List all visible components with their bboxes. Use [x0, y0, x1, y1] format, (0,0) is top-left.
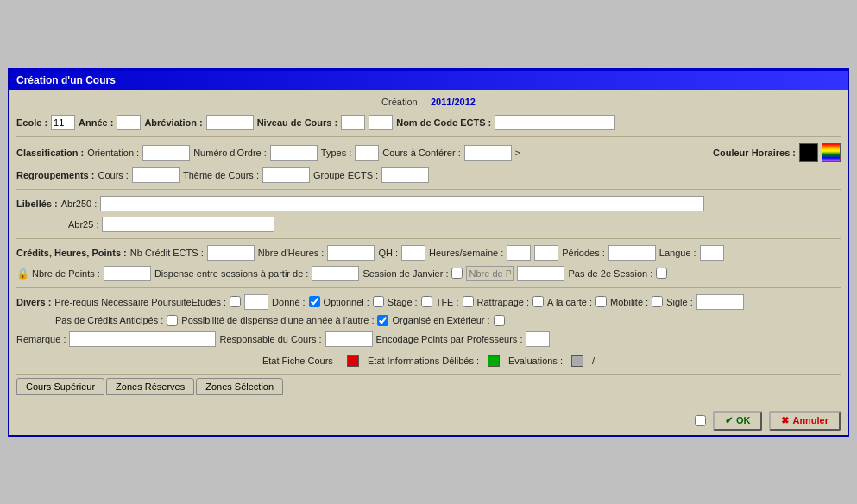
ok-button[interactable]: ✔ OK	[713, 411, 763, 431]
row-points: 🔒 Nbre de Points : Dispense entre sessio…	[16, 263, 841, 284]
nbre-heures-input[interactable]	[327, 245, 375, 261]
langue-label: Langue :	[659, 248, 696, 258]
title-bar: Création d'un Cours	[9, 71, 848, 90]
rattrapage-check[interactable]	[532, 296, 544, 307]
classification-label: Classification :	[16, 148, 84, 158]
etat-info-label: Etat Informations Délibés :	[368, 356, 479, 366]
possibilite-dispense-label: Possibilité de dispense d'une année à l'…	[181, 315, 374, 325]
langue-input[interactable]	[700, 245, 724, 261]
heures-semaine-input1[interactable]	[507, 245, 531, 261]
footer-check[interactable]	[695, 415, 706, 426]
possibilite-dispense-check[interactable]	[377, 315, 388, 326]
groupe-ects-label: Groupe ECTS :	[313, 170, 378, 180]
encodage-points-label: Encodage Points par Professeurs :	[376, 334, 523, 344]
color-black-swatch[interactable]	[799, 143, 818, 162]
numero-ordre-input[interactable]	[270, 145, 318, 161]
row-libelles: Libellés : Abr250 :	[16, 193, 841, 214]
heures-semaine-label: Heures/semaine :	[429, 248, 503, 258]
cours-reg-input[interactable]	[132, 167, 180, 183]
theme-cours-label: Thème de Cours :	[183, 170, 259, 180]
abreviation-input[interactable]	[206, 115, 254, 130]
nb-credit-ects-input[interactable]	[207, 245, 255, 261]
cancel-button[interactable]: ✖ Annuler	[769, 411, 841, 431]
stage-label: Stage :	[388, 297, 418, 307]
remarque-input[interactable]	[69, 331, 216, 347]
niveau-input[interactable]	[341, 115, 365, 130]
periodes-input[interactable]	[608, 245, 656, 261]
row-classification: Classification : Orientation : Numéro d'…	[16, 141, 841, 165]
row-credits: Crédits, Heures, Points : Nb Crédit ECTS…	[16, 243, 841, 263]
evaluations-status	[571, 355, 583, 367]
pas-2e-session-check[interactable]	[656, 268, 667, 279]
abr250-input[interactable]	[100, 196, 704, 211]
orientation-input[interactable]	[142, 145, 190, 161]
stage-check[interactable]	[421, 296, 432, 307]
window-title: Création d'un Cours	[16, 74, 116, 86]
nom-code-ects-label: Nom de Code ECTS :	[396, 117, 491, 128]
theme-cours-input[interactable]	[262, 167, 310, 183]
year-link[interactable]: 2011/2012	[431, 97, 476, 107]
libelles-label: Libellés :	[16, 198, 58, 209]
encodage-points-input[interactable]	[526, 331, 550, 347]
responsable-cours-label: Responsable du Cours :	[219, 334, 321, 344]
tfe-check[interactable]	[463, 296, 474, 307]
heures-semaine-input2[interactable]	[534, 245, 558, 261]
dispense-input[interactable]	[312, 266, 359, 281]
color-rainbow-swatch[interactable]	[822, 143, 841, 162]
responsable-cours-input[interactable]	[325, 331, 373, 347]
cours-conferer-input[interactable]	[464, 145, 512, 161]
a-la-carte-check[interactable]	[595, 296, 607, 307]
etat-suffix: /	[592, 356, 595, 366]
session-janvier-check[interactable]	[451, 268, 463, 279]
couleur-horaires-label: Couleur Horaires :	[713, 148, 796, 158]
pas-credits-anticipes-check[interactable]	[167, 315, 178, 326]
regroupements-label: Regroupements :	[16, 170, 94, 180]
nbre-points-input[interactable]	[104, 266, 151, 281]
abr250-label: Abr250 :	[61, 198, 98, 209]
optionnel-label: Optionnel :	[324, 297, 369, 307]
nbre-heures-label: Nbre d'Heures :	[258, 248, 325, 258]
a-la-carte-label: A la carte :	[547, 297, 592, 307]
cancel-label: Annuler	[792, 415, 829, 425]
remarque-label: Remarque :	[16, 334, 66, 344]
nbre-points-janvier-input[interactable]	[466, 266, 514, 281]
nbre-points-janvier-val[interactable]	[517, 266, 564, 281]
row-ecole: Ecole : Année : Abréviation : Niveau de …	[16, 112, 841, 133]
ok-label: OK	[736, 415, 751, 425]
qh-input[interactable]	[401, 245, 425, 261]
niveau-label: Niveau de Cours :	[257, 117, 338, 128]
groupe-ects-input[interactable]	[381, 167, 429, 183]
prereq-check[interactable]	[230, 296, 241, 307]
divers-label: Divers :	[16, 297, 51, 307]
ok-check-icon: ✔	[725, 415, 733, 426]
tab-reserves[interactable]: Zones Réserves	[106, 378, 194, 395]
nom-code-ects-input[interactable]	[495, 115, 615, 130]
niveau-input2[interactable]	[369, 115, 393, 130]
sigle-label: Sigle :	[666, 297, 693, 307]
annee-input[interactable]	[117, 115, 141, 130]
tab-selection[interactable]: Zones Sélection	[196, 378, 283, 395]
footer-checkbox-group	[695, 415, 706, 426]
mobilite-check[interactable]	[652, 296, 663, 307]
etat-info-status	[488, 355, 500, 367]
prereq-input[interactable]	[244, 294, 268, 310]
types-input[interactable]	[355, 145, 379, 161]
row-credits-anticipes: Pas de Crédits Anticipés : Possibilité d…	[16, 312, 841, 329]
row-abr25: Abr25 :	[16, 214, 841, 235]
tab-superieur[interactable]: Cours Supérieur	[16, 378, 104, 395]
donne-check[interactable]	[309, 296, 320, 307]
ecole-input[interactable]	[51, 115, 75, 130]
organise-exterieur-label: Organisé en Extérieur :	[392, 315, 489, 325]
periodes-label: Périodes :	[562, 248, 605, 258]
organise-exterieur-check[interactable]	[494, 315, 505, 326]
optionnel-check[interactable]	[373, 296, 384, 307]
qh-label: QH :	[378, 248, 398, 258]
donne-label: Donné :	[272, 297, 306, 307]
abr25-input[interactable]	[102, 217, 274, 232]
abreviation-label: Abréviation :	[144, 117, 202, 128]
sigle-input[interactable]	[696, 294, 744, 310]
cours-conferer-label: Cours à Conférer :	[382, 148, 460, 158]
ecole-label: Ecole :	[16, 117, 47, 128]
mode-label: Création	[381, 97, 418, 107]
nb-credit-ects-label: Nb Crédit ECTS :	[130, 248, 204, 258]
